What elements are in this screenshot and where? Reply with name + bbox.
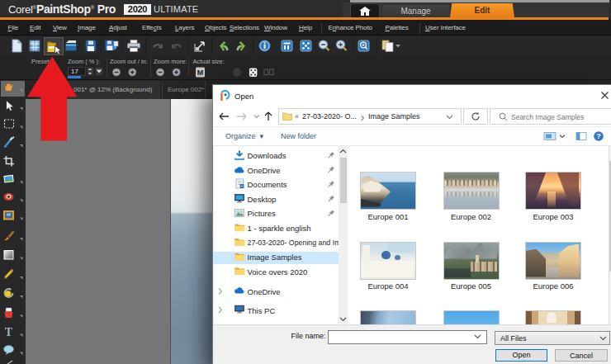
svg-text:?: ? [596,132,601,140]
svg-text:T: T [5,326,13,338]
svg-text:M: M [197,69,204,77]
